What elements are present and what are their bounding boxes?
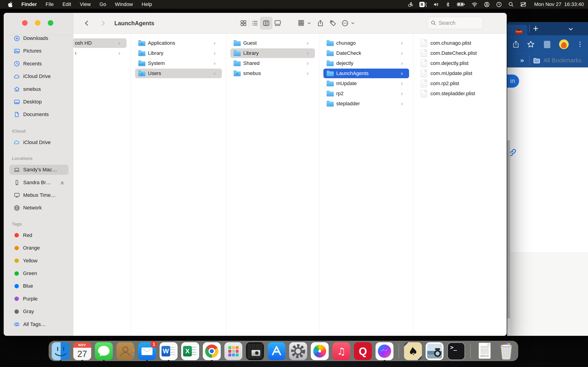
dock-item-trash[interactable] (497, 342, 515, 360)
more-actions-button[interactable] (341, 19, 349, 27)
gallery-view-button[interactable] (274, 19, 281, 27)
dock-item-messages[interactable] (95, 342, 113, 360)
sidebar-item-purple[interactable]: Purple (9, 294, 69, 304)
time-machine-icon[interactable] (496, 1, 502, 8)
forward-button[interactable] (99, 19, 107, 27)
bookmarks-overflow-button[interactable]: » (520, 57, 524, 64)
menubar-item-help[interactable]: Help (142, 1, 152, 7)
rabbit-icon[interactable] (407, 1, 414, 8)
file-row[interactable]: com.DateCheck.plist (414, 48, 507, 58)
folder-row[interactable]: macOSSystem› (131, 58, 226, 68)
browser-active-tab[interactable] (507, 25, 527, 35)
folder-row[interactable]: DateCheck› (319, 48, 413, 58)
tab-search-chevron-icon[interactable] (567, 26, 574, 33)
browser-share-icon[interactable] (512, 40, 520, 49)
bookmarks-folder-icon[interactable] (532, 57, 541, 65)
list-view-button[interactable] (251, 20, 258, 27)
group-by-button[interactable] (298, 19, 304, 27)
menubar-item-window[interactable]: Window (115, 1, 133, 7)
spotlight-icon[interactable] (508, 1, 514, 7)
side-panel-icon[interactable] (544, 41, 550, 48)
menubar-item-view[interactable]: View (80, 1, 91, 7)
browser-scrollbar[interactable] (507, 140, 510, 318)
dock-item-system-settings[interactable] (289, 342, 307, 360)
dock-item-word[interactable]: W (160, 342, 178, 360)
file-row[interactable]: com.chunago.plist (414, 38, 507, 48)
dock-item-music[interactable]: ♫ (332, 342, 350, 360)
folder-row[interactable]: osh HD› (73, 38, 131, 48)
signin-button[interactable]: in (507, 75, 519, 88)
bluetooth-icon[interactable] (445, 1, 451, 8)
dock-item-image-capture[interactable] (246, 342, 264, 360)
file-row[interactable]: com.rp2.plist (414, 78, 507, 89)
wifi-icon[interactable] (471, 1, 478, 8)
folder-row[interactable]: AApplications› (131, 38, 226, 48)
sidebar-item-desktop[interactable]: Desktop (9, 97, 69, 107)
menubar-item-go[interactable]: Go (99, 1, 106, 7)
close-window-button[interactable] (22, 20, 27, 26)
menubar-item-file[interactable]: File (45, 1, 53, 7)
file-row[interactable]: com.stepladder.plist (414, 89, 507, 99)
eject-icon[interactable] (59, 180, 65, 186)
more-actions-chevron[interactable] (350, 21, 355, 26)
dock-item-excel[interactable]: X (181, 342, 199, 360)
file-row[interactable]: com.dejectly.plist (414, 58, 507, 68)
folder-row[interactable]: Library› (131, 48, 226, 58)
all-bookmarks-label[interactable]: All Bookmarks (544, 57, 582, 64)
group-by-chevron[interactable] (307, 21, 312, 26)
sidebar-item-gray[interactable]: Gray (9, 307, 69, 317)
folder-row[interactable]: Shared› (226, 58, 319, 68)
column-view-button[interactable] (262, 19, 270, 27)
menubar-item-finder[interactable]: Finder (21, 1, 37, 7)
dock-item-photos[interactable] (311, 342, 329, 360)
control-center-icon[interactable] (520, 1, 527, 8)
folder-row[interactable]: smebus› (226, 68, 319, 78)
user-account-icon[interactable] (484, 1, 490, 8)
volume-icon[interactable] (433, 1, 439, 8)
folder-row[interactable]: Users› (131, 68, 226, 78)
sidebar-item-pictures[interactable]: Pictures (9, 46, 69, 56)
folder-row[interactable]: Library› (226, 48, 319, 58)
dock-item-calendar[interactable]: NOV27 (73, 342, 91, 360)
dock-item-docx-document[interactable]: DOCX (476, 342, 493, 360)
sidebar-item-network[interactable]: Network (9, 203, 69, 213)
sidebar-item-mebus-time-[interactable]: Mebus Time… (9, 190, 69, 200)
dock-item-finder[interactable] (52, 342, 69, 360)
dock-item-terminal[interactable]: >_ (447, 342, 465, 360)
bookmark-star-icon[interactable] (527, 40, 535, 49)
folder-row[interactable]: rp2› (319, 89, 413, 99)
folder-row[interactable]: stepladder› (319, 99, 413, 109)
sidebar-item-yellow[interactable]: Yellow (9, 256, 69, 266)
icon-view-button[interactable] (240, 20, 247, 27)
dock-item-mail[interactable]: 1 (138, 342, 156, 360)
search-field[interactable]: Search (427, 17, 483, 29)
sidebar-item-sandra-br-[interactable]: Sandra Br… (9, 177, 69, 188)
dock-item-app-store[interactable] (268, 342, 285, 360)
file-row[interactable]: com.mUpdate.plist (414, 68, 507, 78)
folder-row[interactable]: LaunchAgents› (319, 68, 413, 78)
minimize-window-button[interactable] (35, 20, 40, 26)
dock-item-solitaire[interactable]: ♠ (404, 342, 422, 360)
folder-row[interactable]: Guest› (226, 38, 319, 48)
sidebar-item-sandy-s-mac-[interactable]: Sandy’s Mac… (9, 165, 69, 175)
sidebar-item-recents[interactable]: Recents (9, 59, 69, 69)
tags-button[interactable] (329, 19, 337, 27)
new-tab-button[interactable]: + (533, 22, 539, 35)
dock-item-launchpad[interactable] (225, 342, 242, 360)
sidebar-item-all-tags-[interactable]: All Tags… (9, 319, 69, 329)
sidebar-item-icloud-drive[interactable]: iCloud Drive (9, 137, 69, 148)
folder-row[interactable]: mUpdate› (319, 78, 413, 89)
bartender-icon[interactable]: B( (419, 2, 427, 7)
dock-item-messenger[interactable] (376, 342, 393, 360)
sidebar-item-downloads[interactable]: Downloads (9, 33, 69, 43)
apple-menu-icon[interactable] (8, 2, 13, 7)
sidebar-item-documents[interactable]: Documents (9, 109, 69, 119)
profile-avatar[interactable] (559, 40, 569, 49)
back-button[interactable] (83, 19, 90, 27)
dock-item-q-app[interactable]: Q (354, 342, 372, 360)
folder-row[interactable]: dejectly› (319, 58, 413, 68)
sidebar-item-blue[interactable]: Blue (9, 281, 69, 291)
battery-charging-icon[interactable] (457, 1, 465, 8)
sidebar-item-green[interactable]: Green (9, 268, 69, 278)
folder-row[interactable]: ‹› (73, 48, 131, 58)
